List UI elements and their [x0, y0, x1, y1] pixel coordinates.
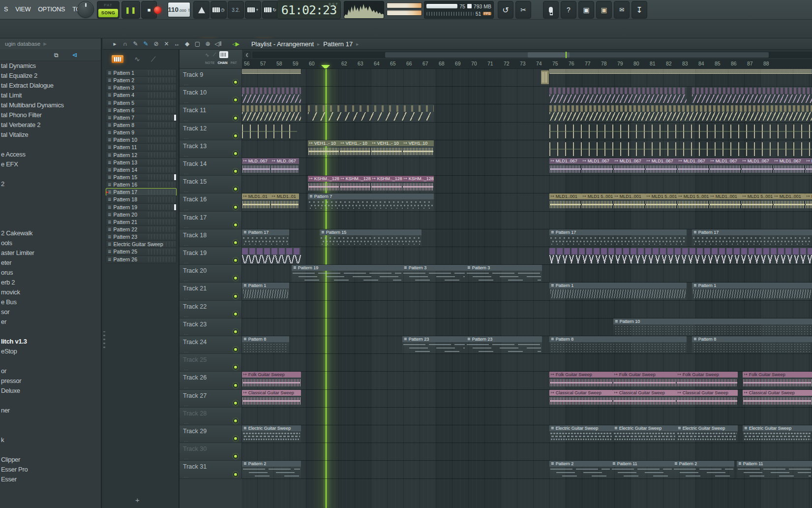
track-header[interactable]: Track 14...: [180, 158, 242, 176]
track-options[interactable]: ...: [184, 403, 189, 407]
magnet-icon[interactable]: ∩: [120, 40, 130, 47]
pattern-list-item[interactable]: ≣Pattern 7: [106, 114, 177, 122]
audio-clip[interactable]: ↦MLD1. 067: [709, 158, 741, 175]
track-header[interactable]: Track 10...: [180, 87, 242, 104]
audio-clip[interactable]: ↦Classical Guitar Sweep: [549, 390, 613, 407]
paint-icon[interactable]: ✎: [141, 40, 151, 47]
time-display[interactable]: 61:02:23 B:S:T: [277, 0, 341, 19]
track-mute-led[interactable]: [233, 383, 238, 388]
track-header[interactable]: Track 19...: [180, 247, 242, 265]
browser-item[interactable]: ner: [0, 406, 101, 415]
audio-clip[interactable]: ↦MLD1..067: [581, 158, 613, 175]
browser-item[interactable]: tal Limit: [0, 91, 101, 100]
browser-item[interactable]: Esser Pro: [0, 465, 101, 475]
pattern-clip[interactable]: ≣Pattern 7: [308, 193, 434, 211]
track-options[interactable]: ...: [184, 385, 189, 389]
blend-record-button[interactable]: ↻: [262, 1, 278, 19]
stereo-preview-icon[interactable]: ◁▶: [232, 41, 239, 47]
pattern-list-item[interactable]: ≣Pattern 3: [106, 84, 177, 92]
audio-clip[interactable]: [242, 123, 297, 140]
pattern-list-item[interactable]: ≣Pattern 13: [106, 159, 177, 166]
pattern-list-item[interactable]: ≣Pattern 12: [106, 151, 177, 159]
audio-clip[interactable]: [692, 87, 812, 104]
edison-record-button[interactable]: [543, 1, 559, 19]
record-button[interactable]: [149, 1, 166, 19]
pat-mode-label[interactable]: PAT: [97, 1, 119, 9]
browser-item[interactable]: litch v1.3: [0, 337, 101, 347]
browser-item[interactable]: eStop: [0, 347, 101, 356]
browser-item[interactable]: e EFX: [0, 159, 101, 169]
pattern-list-item[interactable]: ≣Pattern 2: [106, 76, 177, 84]
browser-item[interactable]: orus: [0, 268, 101, 278]
track-mute-led[interactable]: [233, 454, 238, 459]
browser-item[interactable]: tal Equalize 2: [0, 71, 101, 81]
track-header[interactable]: Track 11...: [180, 104, 242, 122]
oscilloscope[interactable]: [344, 1, 384, 19]
track-options[interactable]: ...: [184, 474, 189, 478]
track-header[interactable]: Track 23...: [180, 318, 242, 336]
track-options[interactable]: ...: [184, 118, 189, 122]
audio-preview-icon[interactable]: ⊲: [72, 51, 78, 59]
track-header[interactable]: Track 22...: [180, 301, 242, 318]
track-mute-led[interactable]: [233, 472, 238, 477]
browser-item[interactable]: tal Verberate 2: [0, 120, 101, 130]
audio-clip[interactable]: [549, 104, 812, 122]
browser-item[interactable]: movick: [0, 287, 101, 297]
slip-icon[interactable]: ↔: [172, 40, 182, 47]
track-header[interactable]: Track 26...: [180, 372, 242, 389]
audio-clip[interactable]: ↦MLD1 5..001: [581, 193, 613, 211]
master-knob[interactable]: [77, 1, 94, 18]
audio-clip[interactable]: ↦MLD1..01: [271, 193, 299, 211]
pattern-clip[interactable]: ≣Pattern 10: [613, 318, 812, 336]
audio-clip[interactable]: ↦MLD1..001: [613, 193, 645, 211]
audio-clip[interactable]: ↦VEH1..- 10: [371, 140, 402, 158]
track-mute-led[interactable]: [233, 365, 238, 370]
track-mute-led[interactable]: [233, 151, 238, 156]
track-mute-led[interactable]: [233, 294, 238, 299]
pattern-clip[interactable]: ≣Electric Guitar Sweep: [676, 425, 738, 443]
audio-clip[interactable]: ↦Classical Guitar Sweep: [743, 390, 812, 407]
track-options[interactable]: ...: [184, 420, 189, 425]
audio-clip[interactable]: ↦MLD1..067: [741, 158, 773, 175]
audio-clip[interactable]: ↦MLD1..001: [709, 193, 741, 211]
track-options[interactable]: ...: [184, 260, 189, 264]
export-button[interactable]: ↧: [632, 1, 647, 19]
track-mute-led[interactable]: [233, 347, 238, 352]
automation-tab-icon[interactable]: ⟋: [212, 52, 216, 58]
audio-clip[interactable]: ↦MLD1..067: [677, 158, 709, 175]
track-header[interactable]: Track 9...: [180, 69, 242, 87]
playhead-marker[interactable]: [321, 65, 330, 69]
mute-icon[interactable]: ✕: [161, 40, 172, 47]
audio-clip[interactable]: ↦Classical Guitar Sweep: [613, 390, 676, 407]
track-options[interactable]: ...: [184, 82, 189, 86]
undo-button[interactable]: ↺: [498, 1, 513, 19]
pattern-mode-icon[interactable]: [112, 55, 123, 63]
browser-item[interactable]: 2: [0, 179, 101, 189]
track-mute-led[interactable]: [233, 436, 238, 441]
help-button[interactable]: ?: [561, 1, 576, 19]
track-header[interactable]: Track 24...: [180, 336, 242, 354]
pattern-list-item[interactable]: ≣Pattern 26: [106, 255, 177, 263]
browser-item[interactable]: aster Limiter: [0, 248, 101, 258]
audio-clip[interactable]: ↦Folk Guitar Sweep: [613, 372, 676, 389]
audio-clip[interactable]: ↦MLD1..067: [645, 158, 677, 175]
browser-item[interactable]: or: [0, 366, 101, 376]
track-header[interactable]: Track 30...: [180, 443, 242, 461]
track-options[interactable]: ...: [184, 278, 189, 282]
audio-clip[interactable]: [242, 104, 301, 122]
audio-clip[interactable]: [242, 247, 301, 264]
song-pattern-switch[interactable]: PAT SONG: [97, 1, 120, 19]
audio-clip[interactable]: ↦VEH1..- 10: [339, 140, 371, 158]
browser-header[interactable]: ugin database ▶: [0, 38, 101, 49]
browser-item[interactable]: e Access: [0, 150, 101, 159]
audio-clip[interactable]: ↦MLD1 5..001: [645, 193, 677, 211]
browser-item[interactable]: k: [0, 435, 101, 445]
browser-item[interactable]: eter: [0, 258, 101, 268]
audio-clip[interactable]: ↦MLD1 5..001: [677, 193, 709, 211]
pattern-clip[interactable]: ≣Pattern 8: [242, 336, 289, 353]
pattern-clip[interactable]: ≣Pattern 15: [320, 229, 421, 247]
pattern-clip[interactable]: ≣Pattern 11: [737, 461, 812, 478]
wait-for-input-button[interactable]: ◷: [211, 1, 227, 19]
cpu-panel[interactable]: 75 793 MB 51 FPS: [424, 1, 494, 19]
track-header[interactable]: Track 25...: [180, 354, 242, 372]
